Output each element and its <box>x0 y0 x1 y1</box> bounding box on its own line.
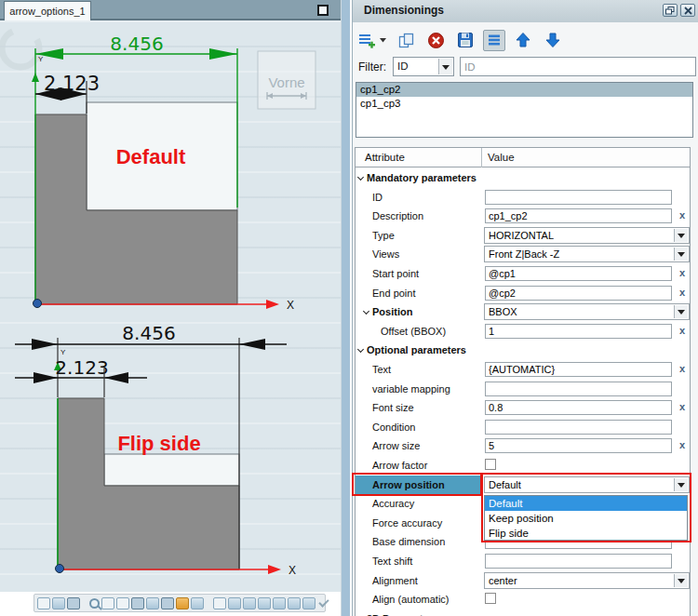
cube-top-icon[interactable] <box>258 597 271 609</box>
align-automatic-checkbox[interactable] <box>485 593 496 604</box>
table-row: Optional parameters <box>356 341 690 360</box>
layers-sphere-icon[interactable] <box>146 597 159 609</box>
drawing-canvas[interactable]: Vorne 8.456 Y 2.1 <box>0 0 341 616</box>
clear-icon[interactable]: x <box>677 287 688 298</box>
dropdown-option-keep-position[interactable]: Keep position <box>485 511 687 526</box>
position-select[interactable]: BBOX <box>484 303 690 320</box>
clear-icon[interactable]: x <box>677 209 688 221</box>
section-box-icon[interactable] <box>161 597 174 609</box>
pane-splitter[interactable] <box>341 0 350 616</box>
column-divider <box>481 148 482 167</box>
views-select[interactable]: Front Z|Back -Z <box>484 246 690 262</box>
close-icon[interactable] <box>680 4 695 17</box>
save-icon[interactable] <box>453 32 477 48</box>
copy-icon[interactable] <box>394 32 418 49</box>
chevron-down-icon <box>357 174 364 181</box>
table-row: Align (automatic) <box>356 590 690 609</box>
table-row: TypeHORIZONTAL <box>356 226 690 246</box>
filter-search-input[interactable] <box>460 57 696 76</box>
delete-icon[interactable] <box>423 32 448 49</box>
chevron-down-icon[interactable] <box>377 36 388 44</box>
shape-notch <box>104 454 239 486</box>
chevron-down-icon[interactable] <box>438 59 452 74</box>
list-item-cp1-cp2[interactable]: cp1_cp2 <box>356 83 692 97</box>
start-point-input[interactable] <box>485 266 672 281</box>
box-orange-icon[interactable] <box>176 597 189 609</box>
ok-check-icon[interactable] <box>317 597 329 609</box>
y-axis-label: Y <box>38 55 44 63</box>
y-axis-arrow <box>32 73 39 82</box>
view-cylinder-white-icon[interactable] <box>37 597 50 609</box>
dimension-arrow <box>209 48 237 60</box>
filter-label: Filter: <box>358 60 386 74</box>
clear-icon[interactable]: x <box>677 267 688 278</box>
arrow-position-select[interactable]: Default <box>484 476 690 493</box>
arrow-position-dropdown: Default Keep position Flip side <box>484 495 688 541</box>
arrow-size-input[interactable] <box>485 438 672 453</box>
cube-bottom-icon[interactable] <box>273 597 286 609</box>
dropdown-option-flip-side[interactable]: Flip side <box>485 526 687 541</box>
arrow-position-label: Arrow position <box>356 475 481 495</box>
id-input[interactable] <box>485 190 672 205</box>
cube-blue-icon[interactable] <box>191 597 204 609</box>
clear-icon[interactable]: x <box>677 439 688 450</box>
table-row: Arrow sizex <box>356 436 690 456</box>
origin-marker <box>34 300 42 308</box>
variable-mapping-input[interactable] <box>485 382 672 396</box>
x-axis-label: X <box>287 299 294 312</box>
table-row: Alignmentcenter <box>356 571 690 591</box>
alignment-select[interactable]: center <box>484 572 690 589</box>
arrow-factor-checkbox[interactable] <box>485 459 496 470</box>
clear-icon[interactable]: x <box>677 325 688 336</box>
screen-icon[interactable] <box>131 597 144 609</box>
cube-iso-icon[interactable] <box>302 597 315 609</box>
dimension-value: 2.123 <box>55 356 108 379</box>
table-row: Start pointx <box>356 264 690 284</box>
move-down-icon[interactable] <box>541 32 565 48</box>
font-size-input[interactable] <box>485 400 672 415</box>
drawing-caption: Flip side <box>117 432 200 455</box>
zoom-in-magnifier-icon[interactable] <box>89 598 100 609</box>
cube-front-icon[interactable] <box>288 597 301 609</box>
table-row: Mandatory parameters <box>356 168 690 188</box>
header-attribute: Attribute <box>365 152 405 163</box>
cube-left-icon[interactable] <box>228 597 241 609</box>
x-axis-label: X <box>289 564 296 577</box>
application-window: Vorne 8.456 Y 2.1 <box>0 0 698 616</box>
attribute-table: Attribute Value Mandatory parameters ID … <box>355 147 691 616</box>
lamp-icon[interactable] <box>116 597 129 609</box>
filter-field-select[interactable]: ID <box>393 57 454 76</box>
condition-input[interactable] <box>485 420 672 435</box>
tab-arrow-options-1[interactable]: arrow_options_1 <box>4 1 91 20</box>
clear-icon[interactable]: x <box>677 401 688 412</box>
viewport-tab-bar: arrow_options_1 <box>0 0 341 20</box>
text-shift-input[interactable] <box>485 554 672 569</box>
list-item-cp1-cp3[interactable]: cp1_cp3 <box>356 97 692 111</box>
view-cylinder-blue-icon[interactable] <box>52 597 65 609</box>
table-row: ID <box>356 188 690 208</box>
end-point-input[interactable] <box>485 286 672 301</box>
chevron-down-icon <box>674 229 688 242</box>
cube-gray-icon[interactable] <box>213 597 226 609</box>
clear-icon[interactable]: x <box>677 363 688 374</box>
drawing-caption: Default <box>116 145 186 168</box>
dimension-arrow <box>32 339 58 350</box>
maximize-view-icon[interactable] <box>317 5 329 16</box>
text-input[interactable] <box>485 362 672 377</box>
view-cylinder-pressed-icon[interactable] <box>67 597 80 609</box>
panel-toolbar <box>356 28 695 52</box>
move-up-icon[interactable] <box>511 32 535 48</box>
dimension-arrow <box>34 372 58 383</box>
table-row: Textx <box>356 360 690 380</box>
dropdown-option-default[interactable]: Default <box>485 496 687 511</box>
offset-bbox-input[interactable] <box>485 324 672 339</box>
zoom-fit-icon[interactable] <box>101 597 114 609</box>
type-select[interactable]: HORIZONTAL <box>484 227 690 244</box>
list-view-icon[interactable] <box>483 30 505 51</box>
description-input[interactable] <box>485 208 672 223</box>
filter-field-value: ID <box>397 60 409 72</box>
restore-window-icon[interactable] <box>663 4 678 17</box>
table-row: Arrow factor <box>356 456 690 475</box>
menu-add-icon[interactable] <box>356 31 377 49</box>
cube-right-icon[interactable] <box>243 597 256 609</box>
